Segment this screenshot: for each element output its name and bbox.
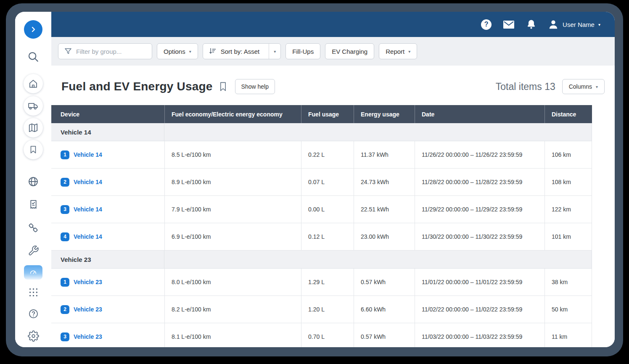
energy-usage-cell: 0.57 kWh (354, 269, 415, 295)
sidebar-item-home[interactable] (15, 74, 51, 93)
device-frame: ? User Name ▾ ▾ Options▾ (6, 3, 623, 356)
date-cell: 11/01/22 00:00:00 – 11/01/22 23:59:59 (415, 269, 544, 295)
sidebar-expand-button[interactable] (15, 20, 51, 39)
device-link[interactable]: Vehicle 23 (74, 306, 102, 313)
column-header-distance: Distance (544, 105, 592, 123)
energy-usage-cell: 0.57 kWh (354, 323, 415, 347)
bookmark-page-button[interactable] (219, 81, 227, 92)
chevron-down-icon: ▾ (408, 49, 410, 54)
report-button[interactable]: Report▾ (379, 43, 417, 59)
notifications-button[interactable] (526, 19, 536, 30)
fuel-usage-cell: 0.22 L (301, 141, 354, 168)
page-title: Fuel and EV Energy Usage (61, 80, 213, 93)
table-header-row: Device Fuel economy/Electric energy econ… (51, 105, 592, 123)
sidebar-item-search[interactable] (15, 50, 51, 63)
bookmark-outline-icon (219, 81, 227, 92)
fill-ups-button[interactable]: Fill-Ups (285, 43, 320, 59)
energy-usage-cell: 23.00 kWh (354, 223, 415, 250)
row-index-badge: 2 (61, 178, 69, 187)
energy-usage-cell: 22.51 kWh (354, 196, 415, 223)
user-avatar-icon (548, 19, 559, 30)
show-help-button[interactable]: Show help (235, 79, 275, 94)
column-header-fuel-usage: Fuel usage (301, 105, 354, 123)
date-cell: 11/02/22 00:00:00 – 11/02/22 23:59:59 (415, 296, 544, 323)
user-name: User Name (563, 21, 595, 28)
sidebar-item-dashboard-active[interactable] (15, 265, 51, 280)
table-row: 2Vehicle 23 8.2 L-e/100 km 1.20 L 6.60 k… (51, 296, 592, 323)
distance-cell: 38 km (544, 269, 592, 295)
distance-cell: 108 km (544, 169, 592, 195)
sidebar-item-bookmarks[interactable] (15, 140, 51, 159)
fuel-usage-cell: 1.29 L (301, 269, 354, 295)
sort-caret[interactable]: ▾ (269, 44, 280, 59)
distance-cell: 106 km (544, 141, 592, 168)
column-header-energy-usage: Energy usage (354, 105, 415, 123)
group-header-row: Vehicle 23 (51, 251, 592, 269)
help-button[interactable]: ? (481, 19, 492, 30)
distance-cell: 101 km (544, 223, 592, 250)
row-index-badge: 3 (61, 205, 69, 214)
user-menu[interactable]: User Name ▾ (548, 19, 600, 30)
fuel-usage-cell: 0.70 L (301, 323, 354, 347)
fuel-usage-cell: 0.00 L (301, 196, 354, 223)
sidebar-item-globe[interactable] (15, 176, 51, 187)
chevron-down-icon: ▾ (596, 84, 598, 89)
economy-cell: 8.2 L-e/100 km (164, 296, 301, 323)
title-row: Fuel and EV Energy Usage Show help Total… (51, 66, 615, 105)
group-header-row: Vehicle 14 (51, 123, 592, 141)
options-button[interactable]: Options▾ (157, 43, 198, 59)
gear-icon (28, 330, 39, 342)
topbar: ? User Name ▾ (51, 12, 615, 37)
device-link[interactable]: Vehicle 23 (74, 333, 102, 340)
distance-cell: 11 km (544, 323, 592, 347)
energy-usage-cell: 11.37 kWh (354, 141, 415, 168)
table-row: 4Vehicle 14 6.9 L-e/100 km 0.12 L 23.00 … (51, 223, 592, 251)
bell-icon (526, 19, 536, 30)
date-cell: 11/28/22 00:00:00 – 11/28/22 23:59:59 (415, 169, 544, 195)
device-link[interactable]: Vehicle 14 (74, 206, 102, 213)
ev-charging-button[interactable]: EV Charging (325, 43, 374, 59)
column-header-device: Device (51, 105, 164, 123)
apps-grid-icon (28, 287, 39, 298)
chevron-down-icon: ▾ (598, 22, 600, 27)
column-header-date: Date (415, 105, 544, 123)
receipt-check-icon (28, 199, 39, 210)
toolbar: ▾ Options▾ Sort by: Asset ▾ Fill-Ups EV … (51, 37, 615, 66)
economy-cell: 6.9 L-e/100 km (164, 223, 301, 250)
sidebar-item-vehicles[interactable] (15, 96, 51, 116)
total-items: Total items 13 (496, 81, 555, 92)
device-link[interactable]: Vehicle 14 (74, 179, 102, 185)
economy-cell: 8.5 L-e/100 km (164, 141, 301, 168)
column-header-economy: Fuel economy/Electric energy economy (164, 105, 301, 123)
globe-icon (27, 176, 39, 187)
chevron-down-icon: ▾ (189, 49, 191, 54)
device-link[interactable]: Vehicle 14 (74, 233, 102, 240)
fuel-usage-cell: 1.20 L (301, 296, 354, 323)
device-link[interactable]: Vehicle 14 (74, 151, 102, 158)
sidebar-item-apps[interactable] (15, 287, 51, 298)
economy-cell: 8.1 L-e/100 km (164, 323, 301, 347)
search-icon (27, 50, 40, 63)
cable-icon (27, 222, 39, 234)
sidebar-item-map[interactable] (15, 118, 51, 137)
app-window: ? User Name ▾ ▾ Options▾ (15, 12, 615, 347)
columns-button[interactable]: Columns▾ (562, 79, 605, 94)
messages-button[interactable] (503, 20, 515, 29)
home-icon (28, 78, 39, 89)
sort-button[interactable]: Sort by: Asset ▾ (203, 43, 281, 59)
sidebar-item-rules[interactable] (15, 199, 51, 210)
sidebar-item-cable[interactable] (15, 222, 51, 234)
group-filter[interactable]: ▾ (58, 43, 152, 59)
economy-cell: 8.9 L-e/100 km (164, 169, 301, 195)
group-filter-input[interactable] (76, 48, 160, 55)
distance-cell: 50 km (544, 296, 592, 323)
economy-cell: 8.0 L-e/100 km (164, 269, 301, 295)
sidebar-item-tools[interactable] (15, 245, 51, 256)
sidebar-item-support[interactable] (15, 308, 51, 319)
date-cell: 11/30/22 00:00:00 – 11/30/22 23:59:59 (415, 223, 544, 250)
table-row: 1Vehicle 23 8.0 L-e/100 km 1.29 L 0.57 k… (51, 269, 592, 296)
sidebar-item-settings[interactable] (15, 330, 51, 342)
device-link[interactable]: Vehicle 23 (74, 279, 102, 285)
fuel-usage-cell: 0.12 L (301, 223, 354, 250)
date-cell: 11/29/22 00:00:00 – 11/29/22 23:59:59 (415, 196, 544, 223)
